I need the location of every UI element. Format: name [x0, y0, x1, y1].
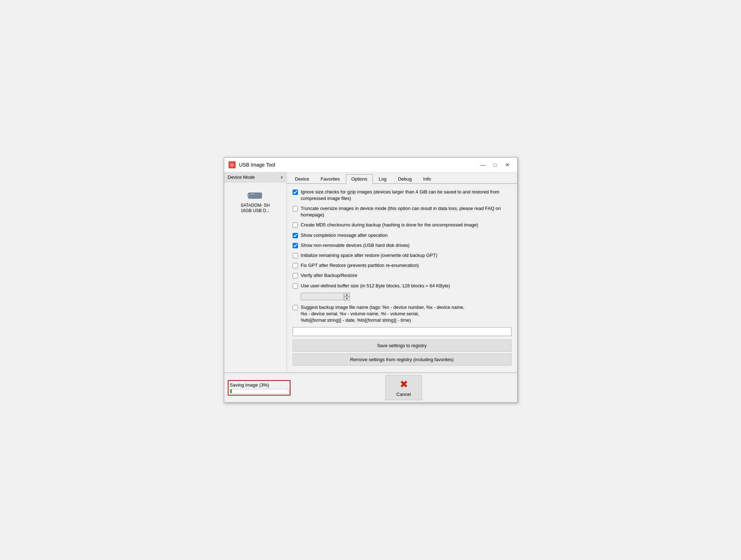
buffer-size-input[interactable]: 128: [301, 293, 344, 300]
label-ignore-size: Ignore size checks for gzip images (devi…: [301, 189, 511, 202]
checkbox-verify-backup[interactable]: [293, 273, 298, 278]
filename-input[interactable]: [293, 327, 511, 336]
cancel-label: Cancel: [396, 392, 411, 397]
option-ignore-size: Ignore size checks for gzip images (devi…: [293, 189, 511, 202]
label-show-nonremovable: Show non-removable devices (USB hard dis…: [301, 242, 410, 249]
tab-device[interactable]: Device: [290, 174, 315, 184]
minimize-button[interactable]: —: [478, 161, 489, 169]
window-title: USB Image Tool: [239, 162, 478, 168]
option-user-buffer: Use user-defined buffer size (in 512 Byt…: [293, 283, 511, 289]
checkbox-create-md5[interactable]: [293, 222, 298, 228]
option-initialize-remaining: Initialize remaining space after restore…: [293, 252, 511, 259]
checkbox-suggest-backup[interactable]: [293, 305, 298, 310]
cancel-x-icon: ✖: [400, 378, 408, 390]
tab-log[interactable]: Log: [374, 174, 392, 184]
option-create-md5: Create MD5 checksums during backup (hash…: [293, 222, 511, 228]
checkbox-show-completion[interactable]: [293, 233, 298, 238]
buffer-size-row: 128 ▲ ▼: [301, 293, 511, 301]
dropdown-arrow-icon: ∨: [280, 175, 283, 179]
title-bar: U USB Image Tool — □ ✕: [224, 158, 517, 172]
option-truncate-oversize: Truncate oversize images in device mode …: [293, 205, 511, 218]
label-create-md5: Create MD5 checksums during backup (hash…: [301, 222, 478, 228]
main-window: U USB Image Tool — □ ✕ Device Mode ∨: [224, 157, 518, 403]
right-panel: Device Favorites Options Log Debug Info …: [287, 172, 517, 373]
remove-settings-button[interactable]: Remove settings from registry (including…: [293, 354, 511, 365]
label-user-buffer: Use user-defined buffer size (in 512 Byt…: [301, 283, 450, 289]
suggest-backup-section: Suggest backup image file name (tags: %n…: [301, 304, 465, 324]
tab-options[interactable]: Options: [346, 174, 373, 184]
tab-favorites[interactable]: Favorites: [315, 174, 345, 184]
mode-label: Device Mode: [228, 174, 255, 180]
options-tab-content: Ignore size checks for gzip images (devi…: [287, 184, 517, 373]
tab-info[interactable]: Info: [418, 174, 437, 184]
device-icon: [246, 189, 264, 201]
app-icon: U: [228, 161, 236, 168]
option-show-completion: Show completion message after operation: [293, 232, 511, 239]
save-settings-button[interactable]: Save settings to registry: [293, 340, 511, 351]
sidebar-mode-header[interactable]: Device Mode ∨: [224, 172, 287, 182]
close-button[interactable]: ✕: [502, 161, 513, 169]
svg-rect-2: [251, 193, 252, 195]
spinner-up-button[interactable]: ▲: [344, 293, 350, 297]
spinner-down-button[interactable]: ▼: [344, 297, 350, 301]
label-suggest-backup: Suggest backup image file name (tags: %n…: [301, 305, 465, 323]
maximize-button[interactable]: □: [490, 161, 501, 169]
tab-bar: Device Favorites Options Log Debug Info: [287, 172, 517, 184]
label-truncate-oversize: Truncate oversize images in device mode …: [301, 205, 511, 218]
checkbox-initialize-remaining[interactable]: [293, 253, 298, 258]
body-area: Device Mode ∨: [224, 172, 517, 373]
status-left: Saving image (3%): [228, 380, 290, 396]
option-verify-backup: Verify after Backup/Restore: [293, 272, 511, 279]
status-right: ✖ Cancel: [294, 375, 514, 400]
label-fix-gpt: Fix GPT after Restore (prevents partitio…: [301, 262, 419, 269]
status-text: Saving image (3%): [230, 382, 288, 388]
device-label: SATADOM- SH 16GB USB D...: [241, 203, 270, 214]
main-content: Device Mode ∨: [224, 172, 517, 403]
checkbox-ignore-size[interactable]: [293, 190, 298, 195]
checkbox-truncate-oversize[interactable]: [293, 206, 298, 211]
option-suggest-backup: Suggest backup image file name (tags: %n…: [293, 304, 511, 324]
label-verify-backup: Verify after Backup/Restore: [301, 272, 357, 279]
label-initialize-remaining: Initialize remaining space after restore…: [301, 252, 438, 259]
tab-debug[interactable]: Debug: [393, 174, 417, 184]
progress-bar-fill: [230, 389, 232, 393]
device-list: SATADOM- SH 16GB USB D...: [224, 182, 287, 373]
spinner-buttons: ▲ ▼: [344, 293, 350, 301]
checkbox-show-nonremovable[interactable]: [293, 243, 298, 248]
svg-rect-3: [253, 193, 254, 195]
device-item[interactable]: SATADOM- SH 16GB USB D...: [228, 186, 283, 217]
label-show-completion: Show completion message after operation: [301, 232, 388, 239]
progress-bar-container: [230, 389, 288, 393]
status-bar: Saving image (3%) ✖ Cancel: [224, 373, 517, 402]
option-show-nonremovable: Show non-removable devices (USB hard dis…: [293, 242, 511, 249]
checkbox-fix-gpt[interactable]: [293, 263, 298, 268]
window-controls: — □ ✕: [478, 161, 513, 169]
cancel-button[interactable]: ✖ Cancel: [385, 375, 422, 400]
sidebar: Device Mode ∨: [224, 172, 287, 373]
checkbox-user-buffer[interactable]: [293, 283, 298, 289]
svg-rect-4: [249, 196, 259, 197]
option-fix-gpt: Fix GPT after Restore (prevents partitio…: [293, 262, 511, 269]
